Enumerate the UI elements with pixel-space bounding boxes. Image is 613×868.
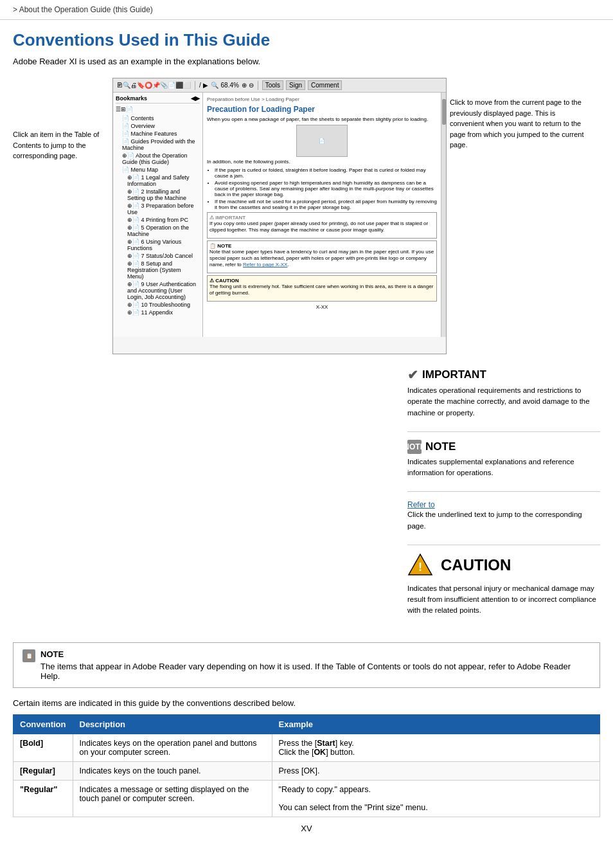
table-row-regular: [Regular] Indicates keys on the touch pa… xyxy=(13,761,600,780)
convention-quoted: "Regular" xyxy=(13,780,73,817)
callout-caution-text: Indicates that personal injury or mechan… xyxy=(407,583,600,617)
ar-sidebar-header: Bookmarks ◀▶ xyxy=(116,95,200,104)
sidebar-ch8[interactable]: ⊕📄 8 Setup and Registration (System Menu… xyxy=(116,260,200,280)
check-circle-icon: ✔ xyxy=(407,367,418,383)
callout-note-text: Indicates supplemental explanations and … xyxy=(407,457,600,479)
callout-important-title: ✔ IMPORTANT xyxy=(407,367,600,383)
toolbar-zoom-value: 68.4% xyxy=(221,82,239,89)
table-row-quoted: "Regular" Indicates a message or setting… xyxy=(13,780,600,817)
diagram-area: Click an item in the Table of Contents t… xyxy=(13,78,600,354)
ar-note-title: 📋 NOTE xyxy=(209,243,231,249)
conventions-intro: Certain items are indicated in this guid… xyxy=(13,698,600,708)
example-regular: Press [OK]. xyxy=(272,761,600,780)
ar-bullet-2: Avoid exposing opened paper to high temp… xyxy=(215,180,437,197)
example-bold: Press the [Start] key. Click the [OK] bu… xyxy=(272,734,600,761)
note-section-content: NOTE The items that appear in Adobe Read… xyxy=(40,649,591,681)
sidebar-ch3[interactable]: ⊕📄 3 Preparation before Use xyxy=(116,202,200,216)
caution-triangle-wrapper: ! xyxy=(407,553,433,578)
paper-image: 📄 xyxy=(296,125,348,157)
caution-header: ! CAUTION xyxy=(407,553,600,578)
ar-important-box: ⚠ IMPORTANT If you copy onto used paper … xyxy=(207,212,437,239)
refer-to-link[interactable]: Refer to xyxy=(407,500,435,509)
ar-heading: Precaution for Loading Paper xyxy=(207,105,437,114)
ar-bullet-3: If the machine will not be used for a pr… xyxy=(215,199,437,210)
divider-2 xyxy=(407,491,600,492)
col-convention: Convention xyxy=(13,714,73,734)
col-example: Example xyxy=(272,714,600,734)
toolbar-nav: / ▶ xyxy=(199,82,208,89)
note-section-title: NOTE xyxy=(40,649,591,659)
callout-caution: ! CAUTION Indicates that personal injury… xyxy=(407,553,600,617)
callout-important-label: IMPORTANT xyxy=(422,368,486,381)
sidebar-icons: ☰⊞📄 xyxy=(116,106,133,113)
screenshot-mockup: 🖹🔍🖨🔖⭕📌📎📄⬛⬜ / ▶ 🔍 68.4% ⊕ ⊖ Tools Sign Co… xyxy=(112,78,447,354)
ar-caution-box: ⚠ CAUTION The fixing unit is extremely h… xyxy=(207,275,437,302)
sidebar-about[interactable]: ⊕📄 About the Operation Guide (this Guide… xyxy=(116,152,200,166)
note-section-text: The items that appear in Adobe Reader va… xyxy=(40,662,591,681)
subtitle: Adobe Reader XI is used as an example in… xyxy=(13,57,600,66)
callout-note-title: NOTE NOTE xyxy=(407,440,600,454)
page-title: Conventions Used in This Guide xyxy=(13,30,600,50)
toolbar-tools-btn[interactable]: Tools xyxy=(262,80,283,90)
sidebar-ch4[interactable]: ⊕📄 4 Printing from PC xyxy=(116,216,200,224)
ar-scrollbar[interactable] xyxy=(441,93,446,337)
convention-regular: [Regular] xyxy=(13,761,73,780)
ar-important-text: If you copy onto used paper (paper alrea… xyxy=(209,221,434,234)
caution-triangle-icon: ! xyxy=(407,553,433,576)
sidebar-ch7[interactable]: ⊕📄 7 Status/Job Cancel xyxy=(116,252,200,260)
ar-note-link[interactable]: Refer to page X-XX xyxy=(243,262,287,267)
ar-breadcrumb: Preparation before Use > Loading Paper xyxy=(207,96,437,102)
callout-caution-label: CAUTION xyxy=(441,556,511,574)
sidebar-ch1[interactable]: ⊕📄 1 Legal and Safety Information xyxy=(116,174,200,188)
sidebar-contents[interactable]: 📄 Contents xyxy=(116,114,200,122)
ar-important-title: ⚠ IMPORTANT xyxy=(209,215,245,221)
bold-ok: OK xyxy=(314,748,326,757)
ar-scrollbar-thumb[interactable] xyxy=(442,99,446,125)
example-quoted: "Ready to copy." appears. You can select… xyxy=(272,780,600,817)
page-number: XV xyxy=(13,824,600,833)
callouts-row: ✔ IMPORTANT Indicates operational requir… xyxy=(13,367,600,629)
ar-main-content: Preparation before Use > Loading Paper P… xyxy=(203,93,441,337)
sidebar-ch9[interactable]: ⊕📄 9 User Authentication and Accounting … xyxy=(116,280,200,301)
conventions-table: Convention Description Example [Bold] In… xyxy=(13,714,600,817)
sidebar-ch10[interactable]: ⊕📄 10 Troubleshooting xyxy=(116,301,200,309)
sidebar-ch6[interactable]: ⊕📄 6 Using Various Functions xyxy=(116,238,200,252)
ar-toolbar: 🖹🔍🖨🔖⭕📌📎📄⬛⬜ / ▶ 🔍 68.4% ⊕ ⊖ Tools Sign Co… xyxy=(113,78,446,93)
callout-important-text: Indicates operational requirements and r… xyxy=(407,385,600,419)
ar-intro: When you open a new package of paper, fa… xyxy=(207,116,437,123)
ar-bullet-1: If the paper is curled or folded, straig… xyxy=(215,167,437,179)
sidebar-overview[interactable]: 📄 Overview xyxy=(116,122,200,130)
bold-start: Start xyxy=(317,739,335,748)
left-annotation: Click an item in the Table of Contents t… xyxy=(13,78,112,354)
ar-body: Bookmarks ◀▶ ☰⊞📄 📄 Contents 📄 Overview 📄… xyxy=(113,93,446,337)
sidebar-menu-map[interactable]: 📄 Menu Map xyxy=(116,166,200,174)
sidebar-ch5[interactable]: ⊕📄 5 Operation on the Machine xyxy=(116,224,200,238)
description-bold: Indicates keys on the operation panel an… xyxy=(73,734,272,761)
table-row-bold: [Bold] Indicates keys on the operation p… xyxy=(13,734,600,761)
svg-text:!: ! xyxy=(418,561,422,574)
toolbar-sign-btn[interactable]: Sign xyxy=(286,80,305,90)
ar-caution-title: ⚠ CAUTION xyxy=(209,278,239,284)
ar-bullet-list: If the paper is curled or folded, straig… xyxy=(215,167,437,210)
ar-page-num: X-XX xyxy=(207,304,437,310)
callout-note: NOTE NOTE Indicates supplemental explana… xyxy=(407,440,600,479)
sidebar-machine-features[interactable]: 📄 Machine Features xyxy=(116,130,200,138)
callout-refer: Refer to Click the underlined text to ju… xyxy=(407,500,600,532)
ar-note-text: Note that some paper types have a tenden… xyxy=(209,249,434,269)
sidebar-ch2[interactable]: ⊕📄 2 Installing and Setting up the Machi… xyxy=(116,188,200,202)
callout-note-label: NOTE xyxy=(425,440,456,453)
convention-bold: [Bold] xyxy=(13,734,73,761)
breadcrumb: > About the Operation Guide (this Guide) xyxy=(0,0,613,20)
toolbar-comment-btn[interactable]: Comment xyxy=(308,80,342,90)
callouts-spacer xyxy=(13,367,395,629)
description-quoted: Indicates a message or setting displayed… xyxy=(73,780,272,817)
toolbar-zoom-icon: 🔍 xyxy=(211,82,218,89)
ar-note-box: 📋 NOTE Note that some paper types have a… xyxy=(207,240,437,273)
right-annotation: Click to move from the current page to t… xyxy=(447,78,588,354)
callout-important: ✔ IMPORTANT Indicates operational requir… xyxy=(407,367,600,419)
sidebar-guides[interactable]: 📄 Guides Provided with the Machine xyxy=(116,138,200,152)
sidebar-toolbar: ☰⊞📄 xyxy=(116,106,200,113)
description-regular: Indicates keys on the touch panel. xyxy=(73,761,272,780)
ar-sidebar: Bookmarks ◀▶ ☰⊞📄 📄 Contents 📄 Overview 📄… xyxy=(113,93,203,337)
sidebar-ch11[interactable]: ⊕📄 11 Appendix xyxy=(116,309,200,316)
